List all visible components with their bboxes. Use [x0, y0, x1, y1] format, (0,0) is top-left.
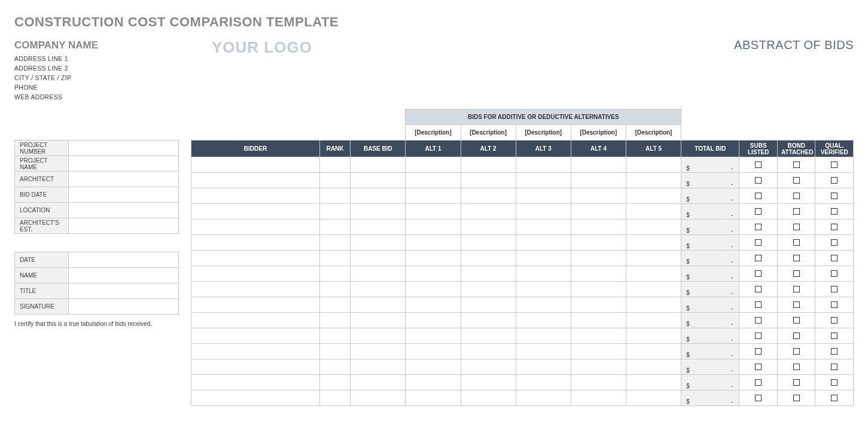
cell-alt[interactable] — [571, 391, 626, 406]
cell-alt[interactable] — [461, 359, 516, 375]
cell-subs-listed[interactable] — [739, 188, 777, 204]
cell-alt[interactable] — [626, 173, 681, 188]
cell-alt[interactable] — [626, 204, 681, 219]
cell-bidder[interactable] — [191, 297, 320, 313]
cell-alt[interactable] — [571, 219, 626, 235]
value-signature[interactable] — [69, 299, 179, 315]
cell-alt[interactable] — [461, 297, 516, 313]
cell-alt[interactable] — [406, 391, 461, 406]
cell-alt[interactable] — [406, 328, 461, 344]
cell-base-bid[interactable] — [351, 359, 406, 375]
cell-qual-verified[interactable] — [815, 328, 854, 344]
checkbox-icon[interactable] — [831, 301, 837, 308]
value-date[interactable] — [69, 252, 179, 268]
checkbox-icon[interactable] — [793, 395, 800, 401]
cell-subs-listed[interactable] — [739, 219, 777, 235]
cell-bidder[interactable] — [191, 173, 320, 188]
checkbox-icon[interactable] — [755, 270, 762, 277]
cell-bond-attached[interactable] — [777, 282, 815, 297]
cell-alt[interactable] — [571, 359, 626, 375]
checkbox-icon[interactable] — [755, 161, 762, 168]
cell-alt[interactable] — [461, 344, 516, 359]
cell-alt[interactable] — [516, 344, 571, 359]
cell-subs-listed[interactable] — [739, 251, 777, 266]
cell-qual-verified[interactable] — [815, 282, 854, 297]
cell-qual-verified[interactable] — [815, 375, 854, 391]
cell-base-bid[interactable] — [351, 266, 406, 282]
checkbox-icon[interactable] — [793, 255, 800, 261]
value-architects-est[interactable] — [69, 218, 179, 234]
cell-alt[interactable] — [571, 173, 626, 188]
cell-alt[interactable] — [461, 188, 516, 204]
cell-rank[interactable] — [320, 188, 351, 204]
cell-rank[interactable] — [320, 235, 351, 251]
checkbox-icon[interactable] — [831, 255, 837, 261]
checkbox-icon[interactable] — [793, 161, 800, 168]
value-title[interactable] — [69, 283, 179, 299]
cell-qual-verified[interactable] — [815, 173, 854, 188]
cell-bidder[interactable] — [191, 282, 320, 297]
cell-alt[interactable] — [516, 282, 571, 297]
checkbox-icon[interactable] — [755, 208, 762, 215]
cell-rank[interactable] — [320, 266, 351, 282]
value-architect[interactable] — [69, 172, 179, 187]
cell-alt[interactable] — [516, 266, 571, 282]
cell-alt[interactable] — [626, 344, 681, 359]
cell-alt[interactable] — [571, 188, 626, 204]
cell-qual-verified[interactable] — [815, 157, 854, 173]
cell-alt[interactable] — [461, 235, 516, 251]
cell-bond-attached[interactable] — [777, 375, 815, 391]
cell-rank[interactable] — [320, 344, 351, 359]
cell-alt[interactable] — [516, 204, 571, 219]
cell-bond-attached[interactable] — [777, 328, 815, 344]
cell-qual-verified[interactable] — [815, 359, 854, 375]
cell-alt[interactable] — [626, 297, 681, 313]
cell-alt[interactable] — [461, 282, 516, 297]
checkbox-icon[interactable] — [755, 255, 762, 261]
cell-alt[interactable] — [461, 204, 516, 219]
checkbox-icon[interactable] — [793, 364, 800, 370]
cell-subs-listed[interactable] — [739, 157, 777, 173]
cell-alt[interactable] — [571, 157, 626, 173]
value-bid-date[interactable] — [69, 187, 179, 203]
cell-bidder[interactable] — [191, 219, 320, 235]
checkbox-icon[interactable] — [755, 193, 762, 199]
cell-bidder[interactable] — [191, 313, 320, 328]
cell-bidder[interactable] — [191, 344, 320, 359]
cell-alt[interactable] — [516, 251, 571, 266]
checkbox-icon[interactable] — [831, 270, 837, 277]
cell-alt[interactable] — [516, 235, 571, 251]
checkbox-icon[interactable] — [755, 348, 762, 355]
cell-bidder[interactable] — [191, 359, 320, 375]
cell-rank[interactable] — [320, 297, 351, 313]
cell-alt[interactable] — [461, 251, 516, 266]
checkbox-icon[interactable] — [831, 193, 837, 199]
cell-rank[interactable] — [320, 375, 351, 391]
checkbox-icon[interactable] — [755, 332, 762, 339]
cell-alt[interactable] — [406, 359, 461, 375]
cell-alt[interactable] — [406, 219, 461, 235]
checkbox-icon[interactable] — [755, 177, 762, 184]
cell-subs-listed[interactable] — [739, 375, 777, 391]
cell-alt[interactable] — [571, 313, 626, 328]
checkbox-icon[interactable] — [831, 208, 837, 215]
cell-rank[interactable] — [320, 313, 351, 328]
cell-alt[interactable] — [461, 266, 516, 282]
cell-alt[interactable] — [571, 235, 626, 251]
cell-alt[interactable] — [406, 375, 461, 391]
cell-subs-listed[interactable] — [739, 328, 777, 344]
cell-alt[interactable] — [626, 251, 681, 266]
cell-base-bid[interactable] — [351, 204, 406, 219]
cell-alt[interactable] — [516, 297, 571, 313]
value-project-name[interactable] — [69, 156, 179, 172]
cell-subs-listed[interactable] — [739, 235, 777, 251]
checkbox-icon[interactable] — [831, 317, 837, 324]
cell-alt[interactable] — [461, 173, 516, 188]
checkbox-icon[interactable] — [831, 332, 837, 339]
checkbox-icon[interactable] — [831, 379, 837, 386]
cell-subs-listed[interactable] — [739, 297, 777, 313]
cell-bond-attached[interactable] — [777, 297, 815, 313]
cell-base-bid[interactable] — [351, 375, 406, 391]
cell-base-bid[interactable] — [351, 235, 406, 251]
cell-qual-verified[interactable] — [815, 235, 854, 251]
